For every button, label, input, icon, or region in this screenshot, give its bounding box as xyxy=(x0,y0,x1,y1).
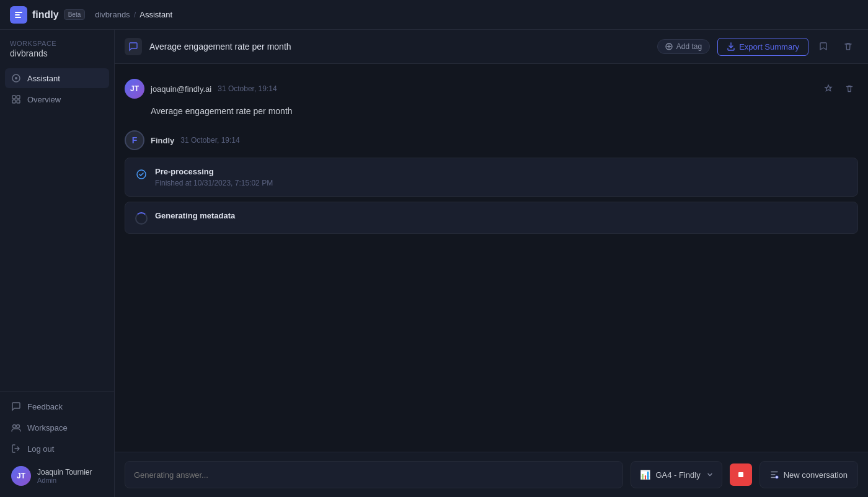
user-message-text: Average engagement rate per month xyxy=(125,105,858,118)
sidebar-item-logout-label: Log out xyxy=(27,444,54,454)
sidebar-item-assistant-label: Assistant xyxy=(27,74,60,83)
message-actions xyxy=(820,80,858,97)
beta-badge: Beta xyxy=(64,9,86,20)
delete-message-button[interactable] xyxy=(841,80,858,97)
user-section: JT Joaquin Tournier Admin xyxy=(5,460,109,492)
user-message-avatar: JT xyxy=(125,79,144,99)
step-spinner-icon xyxy=(135,212,148,225)
trash-icon xyxy=(843,42,853,51)
step-card-preprocessing: Pre-processing Finished at 10/31/2023, 7… xyxy=(125,158,858,197)
findly-message-time: 31 October, 19:14 xyxy=(180,136,239,145)
bookmark-icon xyxy=(818,42,828,51)
svg-point-1 xyxy=(15,77,17,79)
user-info: Joaquin Tournier Admin xyxy=(37,468,92,484)
step-title-metadata: Generating metadata xyxy=(155,211,848,220)
overview-icon xyxy=(11,94,21,104)
svg-rect-5 xyxy=(17,100,20,103)
step-card-metadata: Generating metadata xyxy=(125,202,858,234)
checkmark-icon xyxy=(136,169,146,179)
avatar: JT xyxy=(11,466,31,486)
logo-text: findly xyxy=(32,9,59,20)
sidebar-item-assistant[interactable]: Assistant xyxy=(5,68,109,88)
logout-icon xyxy=(11,444,21,454)
top-nav: findly Beta divbrands / Assistant xyxy=(0,0,868,30)
sidebar-item-workspace-label: Workspace xyxy=(27,423,68,432)
delete-conversation-button[interactable] xyxy=(838,37,858,56)
svg-rect-3 xyxy=(17,96,20,99)
breadcrumb-current: Assistant xyxy=(140,10,172,19)
sidebar-item-feedback[interactable]: Feedback xyxy=(5,396,109,416)
new-conversation-button[interactable]: New conversation xyxy=(760,461,858,488)
findly-author: Findly xyxy=(151,136,174,145)
step-content-metadata: Generating metadata xyxy=(155,211,848,223)
input-wrapper[interactable] xyxy=(125,461,623,488)
content-header: Average engagement rate per month Add ta… xyxy=(115,30,868,64)
sidebar-item-overview[interactable]: Overview xyxy=(5,89,109,109)
svg-rect-2 xyxy=(12,96,16,99)
sidebar-bottom: Feedback Workspace Log o xyxy=(0,391,114,497)
user-role: Admin xyxy=(37,477,92,484)
sidebar-nav: Assistant Overview xyxy=(0,61,114,233)
message-author: joaquin@findly.ai xyxy=(151,84,211,94)
user-message: JT joaquin@findly.ai 31 October, 19:14 xyxy=(125,79,858,118)
sidebar-item-logout[interactable]: Log out xyxy=(5,439,109,459)
tag-icon xyxy=(665,43,673,50)
data-source-button[interactable]: 📊 GA4 - Findly xyxy=(631,461,722,488)
chat-area: JT joaquin@findly.ai 31 October, 19:14 xyxy=(115,64,868,452)
step-check-icon xyxy=(135,168,148,181)
logo-area: findly Beta xyxy=(10,6,85,24)
delete-icon xyxy=(845,84,854,93)
add-tag-button[interactable]: Add tag xyxy=(657,39,710,54)
svg-point-7 xyxy=(17,425,20,428)
main-layout: Workspace divbrands Assistant xyxy=(0,30,868,497)
findly-avatar: F xyxy=(125,130,144,150)
logo-icon xyxy=(10,6,27,24)
user-name: Joaquin Tournier xyxy=(37,468,92,477)
workspace-icon xyxy=(11,423,21,432)
add-tag-label: Add tag xyxy=(676,42,702,51)
breadcrumb: divbrands / Assistant xyxy=(95,10,172,19)
sidebar: Workspace divbrands Assistant xyxy=(0,30,115,497)
sidebar-item-workspace[interactable]: Workspace xyxy=(5,418,109,437)
breadcrumb-separator: / xyxy=(134,10,136,19)
export-icon xyxy=(727,42,735,51)
svg-rect-10 xyxy=(738,472,743,477)
step-subtitle-preprocessing: Finished at 10/31/2023, 7:15:02 PM xyxy=(155,179,848,187)
stop-icon xyxy=(737,470,745,479)
svg-point-6 xyxy=(13,425,16,428)
conversation-icon xyxy=(125,38,142,55)
chat-input-area: 📊 GA4 - Findly New conversation xyxy=(115,452,868,497)
assistant-icon xyxy=(11,73,21,83)
content-area: Average engagement rate per month Add ta… xyxy=(115,30,868,497)
sidebar-item-overview-label: Overview xyxy=(27,95,61,104)
export-summary-button[interactable]: Export Summary xyxy=(717,38,808,56)
star-icon xyxy=(824,84,833,93)
new-conversation-icon xyxy=(770,470,779,479)
star-message-button[interactable] xyxy=(820,80,837,97)
conversation-title: Average engagement rate per month xyxy=(149,42,650,51)
datasource-icon: 📊 xyxy=(640,470,650,480)
chat-input[interactable] xyxy=(134,470,614,480)
message-time: 31 October, 19:14 xyxy=(218,84,277,93)
feedback-icon xyxy=(11,401,21,411)
findly-message-header: F Findly 31 October, 19:14 xyxy=(125,130,858,150)
chevron-down-icon xyxy=(707,472,713,478)
header-actions: Export Summary xyxy=(717,37,858,56)
workspace-label: Workspace xyxy=(10,40,104,47)
workspace-name: divbrands xyxy=(10,48,104,58)
step-content-preprocessing: Pre-processing Finished at 10/31/2023, 7… xyxy=(155,167,848,187)
step-title-preprocessing: Pre-processing xyxy=(155,167,848,176)
stop-button[interactable] xyxy=(730,463,752,486)
data-source-label: GA4 - Findly xyxy=(655,470,700,480)
new-conversation-label: New conversation xyxy=(784,470,848,480)
svg-rect-4 xyxy=(12,100,16,103)
sidebar-workspace-section: Workspace divbrands xyxy=(0,30,114,61)
bookmark-button[interactable] xyxy=(813,37,833,56)
export-summary-label: Export Summary xyxy=(739,42,799,51)
breadcrumb-workspace[interactable]: divbrands xyxy=(95,10,130,19)
findly-response: F Findly 31 October, 19:14 Pre-processin… xyxy=(125,130,858,234)
sidebar-item-feedback-label: Feedback xyxy=(27,402,63,411)
message-header: JT joaquin@findly.ai 31 October, 19:14 xyxy=(125,79,858,99)
